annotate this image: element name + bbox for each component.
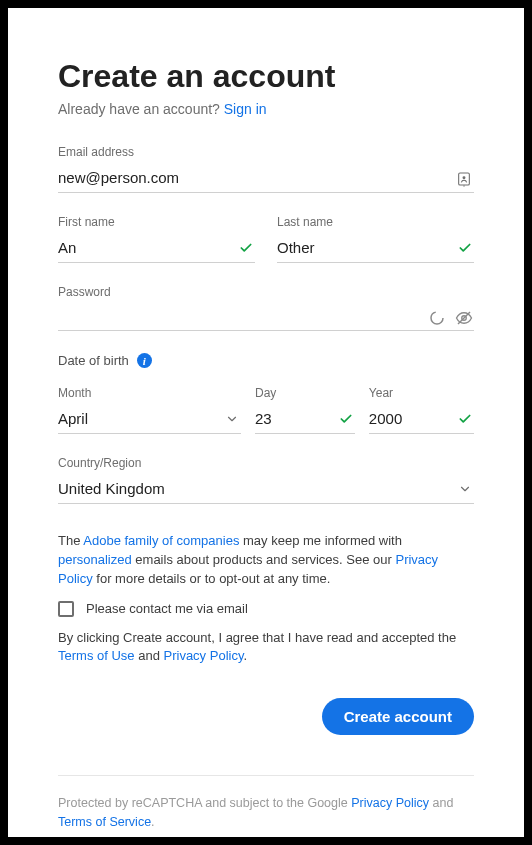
country-label: Country/Region <box>58 456 474 470</box>
page-title: Create an account <box>58 58 474 95</box>
dob-heading: Date of birth <box>58 353 129 368</box>
already-have-account: Already have an account? Sign in <box>58 101 474 117</box>
info-icon[interactable]: i <box>137 353 152 368</box>
month-select[interactable] <box>58 406 241 434</box>
firstname-label: First name <box>58 215 255 229</box>
firstname-field[interactable] <box>58 235 255 263</box>
check-icon <box>458 412 472 426</box>
marketing-disclosure: The Adobe family of companies may keep m… <box>58 532 474 589</box>
chevron-down-icon <box>225 412 239 426</box>
country-select[interactable] <box>58 476 474 504</box>
password-label: Password <box>58 285 474 299</box>
google-privacy-link[interactable]: Privacy Policy <box>351 796 429 810</box>
sign-in-link[interactable]: Sign in <box>224 101 267 117</box>
contact-email-checkbox[interactable] <box>58 601 74 617</box>
eye-off-icon[interactable] <box>454 309 474 327</box>
personalized-link[interactable]: personalized <box>58 552 132 567</box>
already-text: Already have an account? <box>58 101 220 117</box>
privacy-policy-link[interactable]: Privacy Policy <box>164 648 244 663</box>
day-label: Day <box>255 386 355 400</box>
check-icon <box>458 241 472 255</box>
contact-card-icon <box>456 171 472 187</box>
terms-of-use-link[interactable]: Terms of Use <box>58 648 135 663</box>
recaptcha-footer: Protected by reCAPTCHA and subject to th… <box>58 794 474 832</box>
chevron-down-icon <box>458 482 472 496</box>
email-label: Email address <box>58 145 474 159</box>
svg-point-1 <box>463 176 466 179</box>
svg-point-2 <box>431 312 443 324</box>
check-icon <box>339 412 353 426</box>
adobe-companies-link[interactable]: Adobe family of companies <box>83 533 239 548</box>
lastname-field[interactable] <box>277 235 474 263</box>
create-account-button[interactable]: Create account <box>322 698 474 735</box>
divider <box>58 775 474 776</box>
contact-email-label: Please contact me via email <box>86 601 248 616</box>
year-label: Year <box>369 386 474 400</box>
check-icon <box>239 241 253 255</box>
email-field[interactable] <box>58 165 474 193</box>
lastname-label: Last name <box>277 215 474 229</box>
signup-card: Create an account Already have an accoun… <box>8 8 524 837</box>
password-field[interactable] <box>58 305 474 331</box>
month-label: Month <box>58 386 241 400</box>
google-tos-link[interactable]: Terms of Service <box>58 815 151 829</box>
tos-disclosure: By clicking Create account, I agree that… <box>58 629 474 667</box>
spinner-icon <box>428 309 446 327</box>
